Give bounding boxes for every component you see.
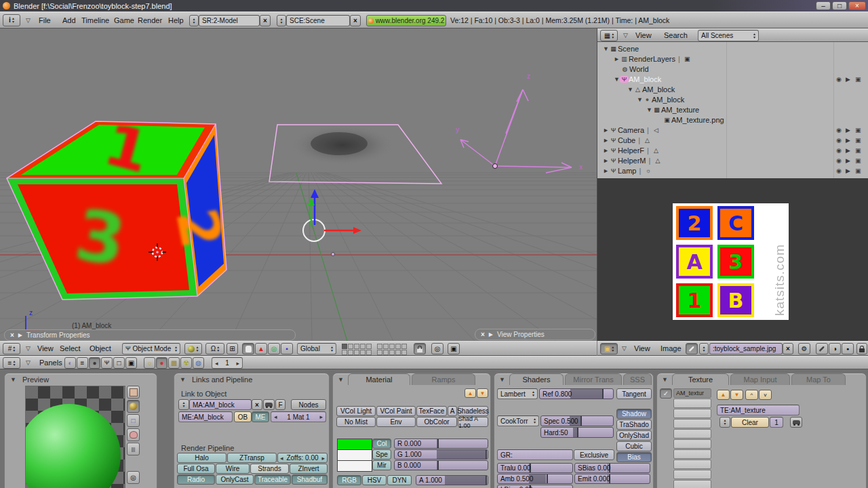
material-index-field[interactable]: ◂ 1 Mat 1 ▸ [271,411,326,422]
collapse-icon[interactable]: ► [603,167,609,174]
transform-properties-panel[interactable]: × ▶ Transform Properties [4,329,296,341]
texture-browse-button[interactable]: ▴▾ [719,417,730,428]
layer-grid-left[interactable] [342,344,372,355]
texture-users-field[interactable]: 1 [770,417,783,428]
a-button[interactable]: A [448,406,457,416]
menu-view[interactable]: View [634,344,650,352]
object-context-button[interactable]: Ψ [101,357,113,369]
scene-name-field[interactable]: SCE:Scene [286,15,350,26]
eye-icon[interactable]: ◉ [836,147,842,154]
diffuse-color-swatch[interactable] [337,439,372,450]
panel-close-icon[interactable]: × [481,331,485,338]
material-name-field[interactable]: MA:AM_block [189,399,252,410]
shad-a-button[interactable]: Shad A 1.00 [458,417,488,427]
collapse-icon[interactable]: ► [603,127,609,134]
material-browse-button[interactable]: ▴▾ [178,399,189,410]
render-preview-button[interactable]: ▣ [448,343,460,354]
right-icon[interactable]: ▸ [321,455,325,462]
frame-number-field[interactable]: ◂ 1 ▸ [212,357,243,369]
image-editor-type-button[interactable]: ▣ ▴▾ [600,343,618,354]
eye-icon[interactable]: ◉ [836,76,842,83]
pin-image-button[interactable] [686,343,698,354]
outliner-row-camera[interactable]: ► Ψ Camera | ◁ ◉ ▶ ▣ [597,125,868,135]
specular-color-swatch[interactable] [337,449,372,461]
shading-context-button[interactable]: ● [89,357,100,369]
render-toggle-icon[interactable]: ▣ [683,56,692,62]
tab-map-to[interactable]: Map To [791,373,846,385]
tab-map-input[interactable]: Map Input [730,373,790,385]
uv-lock-button[interactable] [856,343,867,354]
group-field[interactable]: GR: [497,449,573,460]
preview-monkey-button[interactable] [127,428,140,441]
texture-name-field[interactable]: TE:AM_texture [717,405,800,415]
mirror-color-swatch[interactable] [337,460,372,472]
panel-expand-icon[interactable]: ▶ [18,332,22,338]
header-collapse-icon[interactable]: ▽ [623,32,628,39]
panel-collapse-icon[interactable]: ▼ [662,376,668,383]
collapse-icon[interactable]: ► [603,147,609,154]
menu-render[interactable]: Render [138,16,162,24]
menu-select[interactable]: Select [60,344,81,352]
wire-button[interactable]: Wire [216,464,250,474]
panel-expand-icon[interactable]: ▶ [489,331,493,338]
fake-user-button[interactable]: F [275,399,285,410]
me-button[interactable]: ME [252,411,269,422]
select-arrow-icon[interactable]: ▶ [846,147,850,154]
preview-osa-button[interactable]: ◎ [127,471,140,484]
texture-slot-9[interactable] [673,470,711,479]
left-icon[interactable]: ◂ [215,360,218,367]
texture-subcontext-button[interactable]: ▩ [168,357,180,369]
texture-slot-2[interactable] [673,399,711,408]
texture-enable-button[interactable]: ✓ [660,388,672,399]
copy-material-button[interactable]: ▲ [465,388,476,398]
col-button[interactable]: Col [372,439,391,449]
expand-icon[interactable]: ▼ [627,86,633,93]
outliner-row-am-texture-png[interactable]: ▣ AM_texture.png [597,115,868,125]
r-slider[interactable]: R 0.000 [394,439,488,449]
menu-view[interactable]: View [37,344,54,352]
shadbuf-button[interactable]: Shadbuf [292,474,328,485]
panel-close-icon[interactable]: × [10,331,14,339]
outliner-row-cube[interactable]: ► Ψ Cube | △ ◉ ▶ ▣ [597,135,868,145]
ob-button[interactable]: OB [234,411,252,422]
vcol-light-button[interactable]: VCol Light [336,406,376,416]
right-icon[interactable]: ▸ [236,360,239,367]
view-properties-panel[interactable]: × ▶ View Properties [475,329,595,340]
render-icon[interactable]: ▣ [855,127,861,134]
select-arrow-icon[interactable]: ▶ [846,157,850,164]
pivot-button[interactable]: Ω ▴▾ [205,343,224,354]
clear-button[interactable]: Clear [731,417,769,428]
mir-button[interactable]: Mir [372,460,391,470]
collapse-icon[interactable]: ► [603,137,609,144]
menu-game[interactable]: Game [114,16,134,24]
diffuse-shader-dropdown[interactable]: Lambert ▴▾ [497,388,538,399]
amb-slider[interactable]: Amb 0.500 [497,474,573,484]
b-slider[interactable]: B 0.000 [394,460,488,470]
radiosity-subcontext-button[interactable]: ☢ [180,357,192,369]
manipulator-scale-button[interactable]: ▪ [281,343,293,354]
manipulator-translate-button[interactable]: ▲ [255,343,267,354]
proportional-edit-button[interactable]: ◎ [431,343,443,354]
image-properties-button[interactable]: ⚙ [798,343,810,354]
tab-sss[interactable]: SSS [623,373,652,385]
preview-cube-button[interactable]: □ [127,414,140,427]
panel-collapse-icon[interactable]: ▼ [10,376,16,383]
outliner-row-world[interactable]: ◍ World [597,64,868,74]
g-slider[interactable]: G 1.000 [394,449,488,460]
vcol-paint-button[interactable]: VCol Paint [376,406,416,416]
texture-auto-name-button[interactable] [790,417,802,428]
viewport-type-button[interactable]: # ▴▾ [3,343,20,354]
expand-icon[interactable]: ▼ [637,96,643,103]
outliner-row-lamp[interactable]: ► Ψ Lamp | ☼ ◉ ▶ ▣ [597,165,868,176]
eye-icon[interactable]: ◉ [836,137,842,144]
outliner-row-am-block-mesh[interactable]: ▼ △ AM_block [597,84,868,94]
menu-help[interactable]: Help [168,16,184,24]
outliner-type-button[interactable]: ▦ ▴▾ [600,30,618,41]
exclusive-button[interactable]: Exclusive [574,449,614,460]
slot-up-button[interactable]: ^ [745,390,758,400]
onlyshad-button[interactable]: OnlyShad [616,430,652,441]
header-collapse-icon[interactable]: ▽ [26,17,31,24]
env-button[interactable]: Env [376,417,416,427]
texture-slot-3[interactable] [673,409,711,418]
spe-button[interactable]: Spe [372,449,391,460]
